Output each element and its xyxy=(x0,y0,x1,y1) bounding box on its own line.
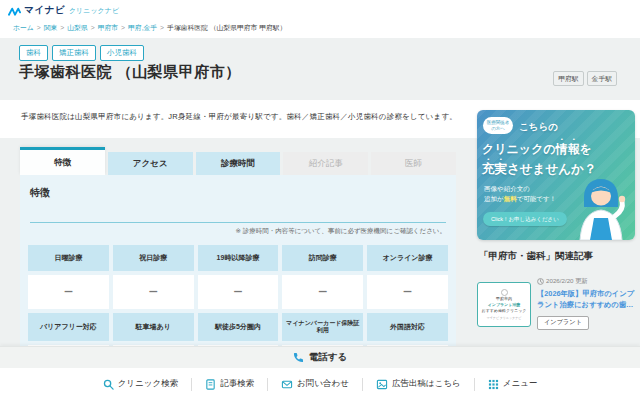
footer-nav-label: 記事検索 xyxy=(220,378,254,390)
promo-sub2-pre: 追加が xyxy=(484,195,504,202)
receptionist-illustration xyxy=(570,174,632,240)
tab-hours[interactable]: 診療時間 xyxy=(196,152,281,175)
breadcrumb-link-region[interactable]: 関東 xyxy=(44,24,58,31)
features-grid: 日曜診療 祝日診療 19時以降診療 訪問診療 オンライン診療 ー ー ー ー ー… xyxy=(28,245,448,350)
features-heading: 特徴 xyxy=(30,186,50,200)
feature-header-sunday: 日曜診療 xyxy=(28,245,109,271)
article-thumbnail[interactable]: 甲府市内 インプラント治療 おすすめ歯科クリニック マイナビ クリニックナビ xyxy=(477,282,531,327)
footer-nav-label: お問い合わせ xyxy=(297,378,349,390)
clinic-info-promo-banner[interactable]: 医療関係者 の方へ こちらの クリニックの情報を 充実させませんか？ 画像や紹介… xyxy=(477,110,635,240)
feature-header-online: オンライン診療 xyxy=(367,245,448,271)
article-date-row: 2026/2/20 更新 xyxy=(537,277,636,286)
features-note: ※ 診療時間・内容等について、事前に必ず医療機関にご確認ください。 xyxy=(235,227,446,236)
feature-header-mynumber: マイナンバーカード保険証利用 xyxy=(282,313,363,341)
tab-access[interactable]: アクセス xyxy=(108,152,193,175)
tab-bar: 特徴 アクセス 診療時間 紹介記事 医師 xyxy=(20,147,456,175)
promo-line2: クリニックの情報を xyxy=(482,136,592,158)
promo-sub2-post: で可能です！ xyxy=(517,195,556,202)
menu-grid-icon xyxy=(488,379,499,390)
promo-sub-line2: 追加が無料で可能です！ xyxy=(484,194,556,204)
feature-header-station-5min: 駅徒歩5分圏内 xyxy=(198,313,279,341)
footer-nav-advertise[interactable]: 広告出稿はこちら xyxy=(363,378,474,390)
tag-dental[interactable]: 歯科 xyxy=(19,45,48,61)
footer-nav-label: メニュー xyxy=(503,378,538,390)
footer-nav-menu[interactable]: メニュー xyxy=(475,378,551,390)
page: マイナビ クリニックナビ ホーム>関東>山梨県>甲府市>甲府,金手>手塚歯科医院… xyxy=(0,0,640,400)
feature-value: ー xyxy=(198,275,279,309)
footer-nav-label: 広告出稿はこちら xyxy=(392,378,461,390)
site-header: マイナビ クリニックナビ ホーム>関東>山梨県>甲府市>甲府,金手>手塚歯科医院… xyxy=(0,0,640,38)
feature-header-evening: 19時以降診療 xyxy=(198,245,279,271)
breadcrumb-link-prefecture[interactable]: 山梨県 xyxy=(67,24,87,31)
thumbnail-logo-circle xyxy=(501,289,508,296)
clinic-description: 手塚歯科医院は山梨県甲府市にあります。JR身延線・甲府が最寄り駅です。歯科／矯正… xyxy=(21,112,457,122)
page-title: 手塚歯科医院 （山梨県甲府市） xyxy=(19,63,241,82)
feature-header-visit: 訪問診療 xyxy=(282,245,363,271)
promo-badge: 医療関係者 の方へ xyxy=(483,117,513,134)
promo-line1: こちらの xyxy=(519,121,558,134)
footer-nav-clinic-search[interactable]: クリニック検索 xyxy=(90,378,192,390)
promo-sub-line1: 画像や紹介文の xyxy=(484,184,556,194)
promo-badge-line1: 医療関係者 xyxy=(484,120,512,126)
thumbnail-line3: おすすめ歯科クリニック xyxy=(482,309,527,314)
department-tags: 歯科 矯正歯科 小児歯科 xyxy=(19,45,144,61)
search-icon xyxy=(103,379,114,390)
footer-nav-contact[interactable]: お問い合わせ xyxy=(268,378,362,390)
promo-free-highlight: 無料 xyxy=(504,195,517,202)
footer-nav: クリニック検索 記事検索 お問い合わせ xyxy=(90,378,551,391)
breadcrumb: ホーム>関東>山梨県>甲府市>甲府,金手>手塚歯科医院 （山梨県甲府市 甲府駅） xyxy=(13,23,286,33)
breadcrumb-separator: > xyxy=(60,24,64,31)
tag-pediatric[interactable]: 小児歯科 xyxy=(100,45,144,61)
feature-header-foreign-language: 外国語対応 xyxy=(367,313,448,341)
logo-wave-icon xyxy=(8,5,21,17)
breadcrumb-link-area[interactable]: 甲府,金手 xyxy=(128,24,157,31)
divider xyxy=(30,222,446,223)
feature-value: ー xyxy=(367,275,448,309)
breadcrumb-current: 手塚歯科医院 （山梨県甲府市 甲府駅） xyxy=(167,24,286,31)
site-logo[interactable]: マイナビ クリニックナビ xyxy=(8,4,119,17)
breadcrumb-link-home[interactable]: ホーム xyxy=(13,24,34,31)
promo-line2-post: を xyxy=(580,142,592,156)
ad-image-icon xyxy=(376,379,388,390)
logo-text-sub: クリニックナビ xyxy=(69,6,119,16)
related-articles-heading: 「甲府市・歯科」関連記事 xyxy=(479,250,593,263)
article-date: 2026/2/20 更新 xyxy=(546,277,588,286)
document-icon xyxy=(205,379,216,390)
promo-line2-emphasis: 情報 xyxy=(556,142,580,156)
footer-nav-article-search[interactable]: 記事検索 xyxy=(192,378,267,390)
clock-icon xyxy=(537,278,544,285)
breadcrumb-separator: > xyxy=(121,24,125,31)
breadcrumb-separator: > xyxy=(37,24,41,31)
article-title-link[interactable]: 【2026年版】甲府市のインプラント治療におすすめの歯… xyxy=(537,289,636,310)
feature-value: ー xyxy=(28,275,109,309)
promo-badge-line2: の方へ xyxy=(484,126,512,132)
feature-header-barrier-free: バリアフリー対応 xyxy=(28,313,109,341)
tab-features[interactable]: 特徴 xyxy=(20,147,105,175)
call-button-bar[interactable]: 電話する xyxy=(0,346,640,368)
tag-orthodontic[interactable]: 矯正歯科 xyxy=(52,45,96,61)
breadcrumb-link-city[interactable]: 甲府市 xyxy=(98,24,118,31)
call-button-label: 電話する xyxy=(309,351,347,364)
promo-line3-emphasis: 充実 xyxy=(482,162,507,176)
promo-subtext: 画像や紹介文の 追加が無料で可能です！ xyxy=(484,184,556,204)
thumbnail-brand: マイナビ クリニックナビ xyxy=(487,316,522,320)
features-panel: 特徴 ※ 診療時間・内容等について、事前に必ず医療機関にご確認ください。 日曜診… xyxy=(20,175,456,350)
station-chip: 甲府駅 xyxy=(553,71,583,86)
breadcrumb-separator: > xyxy=(91,24,95,31)
logo-text-main: マイナビ xyxy=(24,4,65,17)
promo-line2-pre: クリニックの xyxy=(482,142,556,156)
tab-articles: 紹介記事 xyxy=(283,152,368,175)
article-tag-implant[interactable]: インプラント xyxy=(537,316,589,330)
mail-icon xyxy=(281,379,293,390)
footer-nav-label: クリニック検索 xyxy=(118,378,179,390)
article-meta: 2026/2/20 更新 【2026年版】甲府市のインプラント治療におすすめの歯… xyxy=(537,277,636,330)
tab-doctors: 医師 xyxy=(371,152,456,175)
footer: クリニック検索 記事検索 お問い合わせ xyxy=(0,368,640,400)
phone-icon xyxy=(293,352,304,363)
feature-value: ー xyxy=(282,275,363,309)
station-chip: 金手駅 xyxy=(587,71,617,86)
promo-cta-button[interactable]: Click！お申し込みください xyxy=(483,212,567,226)
nearest-stations: 甲府駅 金手駅 xyxy=(553,71,617,86)
feature-value: ー xyxy=(113,275,194,309)
feature-header-parking: 駐車場あり xyxy=(113,313,194,341)
